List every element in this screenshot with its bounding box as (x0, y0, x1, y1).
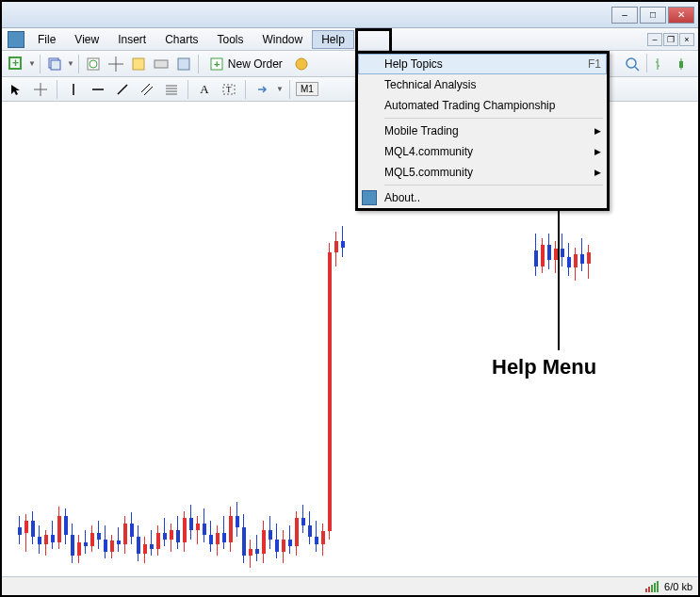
candle (64, 508, 68, 544)
equidistant-channel-button[interactable] (137, 79, 157, 100)
navigator-button[interactable] (128, 54, 149, 74)
candle (295, 511, 299, 556)
candle (574, 248, 578, 281)
candle (123, 516, 127, 554)
zoom-in-button[interactable] (622, 54, 643, 74)
candle (222, 516, 226, 549)
new-chart-button[interactable]: + (6, 54, 26, 74)
menu-mql4-community[interactable]: MQL4.community ▶ (358, 141, 607, 162)
svg-text:+: + (214, 58, 220, 70)
dropdown-arrow-icon[interactable]: ▼ (28, 59, 36, 68)
mdi-close-button[interactable]: × (679, 33, 694, 46)
menu-automated-trading[interactable]: Automated Trading Championship (358, 95, 607, 116)
candle (196, 516, 200, 544)
candle (130, 512, 134, 544)
text-button[interactable]: A (194, 79, 215, 100)
candle (156, 525, 160, 556)
candle (143, 537, 147, 563)
candles-chart-button[interactable] (674, 54, 694, 74)
candle (321, 524, 325, 556)
candle (71, 524, 74, 563)
candle (567, 243, 571, 276)
toolbar-separator (187, 80, 188, 99)
timeframe-m1-button[interactable]: M1 (296, 82, 318, 96)
arrows-button[interactable] (252, 79, 272, 100)
candle (275, 524, 279, 558)
strategy-tester-button[interactable] (173, 54, 194, 74)
candle (587, 245, 591, 279)
candle (44, 530, 48, 556)
new-order-label: New Order (228, 57, 283, 71)
dropdown-arrow-icon[interactable]: ▼ (276, 85, 284, 93)
candle (315, 521, 318, 552)
dropdown-arrow-icon[interactable]: ▼ (67, 59, 74, 68)
menu-charts[interactable]: Charts (155, 30, 207, 49)
menu-separator (384, 185, 603, 186)
text-label-button[interactable]: T (219, 79, 239, 100)
candle (84, 530, 88, 554)
menu-mql5-community[interactable]: MQL5.community ▶ (358, 162, 607, 183)
svg-rect-8 (133, 58, 144, 70)
menu-technical-analysis[interactable]: Technical Analysis (358, 74, 607, 95)
window-titlebar: – □ ✕ (2, 2, 698, 28)
new-order-button[interactable]: + New Order (203, 54, 289, 74)
candle (301, 505, 305, 533)
profiles-button[interactable] (44, 54, 65, 74)
candle (288, 525, 292, 554)
svg-rect-10 (178, 58, 189, 70)
trendline-button[interactable] (112, 79, 133, 100)
menu-view[interactable]: View (65, 30, 108, 49)
menu-label: About.. (384, 191, 420, 204)
candle (229, 507, 233, 552)
menu-label: Automated Trading Championship (384, 99, 555, 112)
bar-chart-button[interactable] (651, 54, 672, 74)
menu-label: MQL5.community (384, 166, 473, 179)
mdi-restore-button[interactable]: ❐ (663, 33, 678, 46)
terminal-button[interactable] (151, 54, 171, 74)
statusbar: 6/0 kb (2, 576, 698, 595)
candle (189, 505, 193, 540)
menu-label: Help Topics (384, 57, 443, 71)
svg-point-13 (296, 58, 307, 70)
candle (150, 530, 154, 556)
horizontal-line-button[interactable] (88, 79, 108, 100)
candle (561, 234, 564, 266)
connection-signal-icon (645, 581, 659, 592)
toolbar-separator (646, 54, 647, 73)
candle (547, 234, 551, 269)
cursor-button[interactable] (6, 79, 26, 100)
menu-window[interactable]: Window (253, 30, 313, 49)
menu-about[interactable]: About.. (358, 187, 607, 208)
menu-mobile-trading[interactable]: Mobile Trading ▶ (358, 121, 607, 141)
candle (308, 511, 312, 544)
window-close-button[interactable]: ✕ (668, 7, 694, 24)
menu-insert[interactable]: Insert (108, 30, 155, 49)
menu-label: MQL4.community (384, 145, 473, 158)
svg-point-14 (627, 58, 636, 68)
toolbar-separator (289, 80, 290, 99)
metaeditor-button[interactable] (291, 54, 312, 74)
crosshair-button[interactable] (106, 54, 126, 74)
vertical-line-button[interactable] (63, 79, 84, 100)
candle (18, 516, 22, 544)
toolbar-separator (198, 55, 199, 73)
menu-file[interactable]: File (28, 30, 65, 49)
window-minimize-button[interactable]: – (611, 7, 638, 24)
crosshair-tool-button[interactable] (30, 79, 51, 100)
window-maximize-button[interactable]: □ (640, 7, 666, 24)
candle (90, 525, 94, 552)
candle (580, 238, 584, 271)
menu-help-topics[interactable]: Help Topics F1 (358, 54, 607, 74)
submenu-arrow-icon: ▶ (594, 147, 601, 156)
candle (51, 521, 55, 549)
menu-help[interactable]: Help (312, 30, 354, 49)
submenu-arrow-icon: ▶ (594, 168, 601, 177)
market-watch-button[interactable] (83, 54, 104, 74)
menu-tools[interactable]: Tools (208, 30, 253, 49)
candle (77, 535, 81, 563)
fibonacci-button[interactable] (161, 79, 182, 100)
candle (341, 226, 345, 257)
candle (328, 243, 332, 540)
candle (176, 516, 180, 549)
mdi-minimize-button[interactable]: – (647, 33, 662, 46)
